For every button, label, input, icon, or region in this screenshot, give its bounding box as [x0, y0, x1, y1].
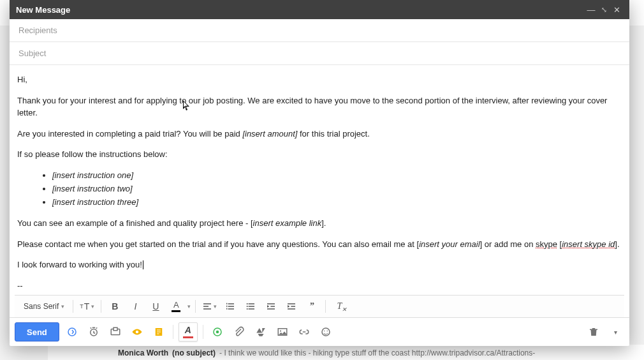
- indent-less-button[interactable]: [262, 299, 280, 314]
- message-body[interactable]: Hi, Thank you for your interest and for …: [10, 65, 629, 295]
- text-color-button[interactable]: A: [167, 299, 185, 314]
- discard-draft-button[interactable]: [585, 323, 603, 341]
- recipients-field[interactable]: [10, 19, 629, 42]
- subject-input[interactable]: [17, 48, 624, 59]
- notes-icon[interactable]: [150, 323, 168, 341]
- svg-rect-6: [113, 327, 117, 331]
- numbered-list-button[interactable]: [221, 299, 239, 314]
- attach-file-icon[interactable]: [230, 323, 248, 341]
- body-p1: Thank you for your interest and for appl…: [17, 95, 622, 119]
- indent-more-button[interactable]: [282, 299, 300, 314]
- signature-name: Angelina Fomina: [17, 292, 622, 295]
- bullet-list-button[interactable]: [242, 299, 260, 314]
- insert-emoji-icon[interactable]: [317, 323, 335, 341]
- compose-window: New Message — ⤢ ✕ Hi, Thank you for your…: [10, 0, 629, 346]
- underline-button[interactable]: U: [147, 299, 165, 314]
- close-button[interactable]: ✕: [610, 5, 623, 15]
- body-p6: I look forward to working with you!: [17, 259, 622, 271]
- font-family-picker[interactable]: Sans Serif▾: [20, 299, 68, 314]
- more-options-button[interactable]: ▾: [606, 323, 624, 341]
- body-p2: Are you interested in completing a paid …: [17, 128, 622, 140]
- formatting-toggle-button[interactable]: A: [179, 322, 198, 341]
- grammar-icon[interactable]: [209, 323, 226, 341]
- formatting-toolbar: Sans Serif▾ TT▾ B I U A ▾ ▾ ”: [15, 295, 624, 317]
- send-toolbar: Send A: [10, 317, 629, 346]
- font-size-picker[interactable]: TT▾: [78, 299, 96, 314]
- pop-out-button[interactable]: ⤢: [597, 6, 610, 14]
- send-button[interactable]: Send: [15, 322, 59, 341]
- tracking-icon[interactable]: [106, 323, 124, 341]
- quote-button[interactable]: ”: [303, 299, 321, 314]
- insert-drive-icon[interactable]: [252, 323, 270, 341]
- signature-divider: --: [17, 280, 622, 292]
- insert-link-icon[interactable]: [295, 323, 313, 341]
- list-item: [insert instruction three]: [52, 197, 622, 209]
- body-p3: If so please follow the instructions bel…: [17, 149, 622, 161]
- list-item: [insert instruction two]: [52, 183, 622, 195]
- recipients-input[interactable]: [17, 25, 624, 36]
- compose-title: New Message: [16, 5, 585, 15]
- read-receipt-icon[interactable]: [128, 323, 146, 341]
- subject-field[interactable]: [10, 42, 629, 65]
- svg-point-14: [326, 331, 328, 332]
- italic-button[interactable]: I: [126, 299, 144, 314]
- svg-point-11: [280, 330, 281, 331]
- svg-point-1: [247, 306, 248, 307]
- send-later-icon[interactable]: [85, 323, 103, 341]
- svg-point-13: [324, 331, 325, 332]
- svg-point-2: [247, 308, 248, 310]
- align-button[interactable]: ▾: [200, 299, 219, 314]
- insert-photo-icon[interactable]: [274, 323, 291, 341]
- minimize-button[interactable]: —: [585, 5, 597, 15]
- compose-titlebar[interactable]: New Message — ⤢ ✕: [10, 0, 629, 19]
- bold-button[interactable]: B: [106, 299, 124, 314]
- clear-formatting-button[interactable]: T✕: [330, 299, 348, 314]
- list-item: [insert instruction one]: [52, 170, 622, 182]
- background-mail-row: Monica Worth (no subject) - I think we w…: [48, 345, 644, 360]
- svg-point-0: [247, 303, 248, 304]
- boomerang-icon[interactable]: [63, 323, 81, 341]
- body-p5: Please contact me when you get started o…: [17, 239, 622, 251]
- body-greeting: Hi,: [17, 74, 622, 86]
- svg-point-3: [68, 328, 76, 336]
- text-caret: [143, 260, 143, 269]
- svg-point-9: [216, 331, 219, 334]
- body-p4: You can see an example of a finished and…: [17, 218, 622, 230]
- body-instruction-list: [insert instruction one] [insert instruc…: [17, 170, 622, 209]
